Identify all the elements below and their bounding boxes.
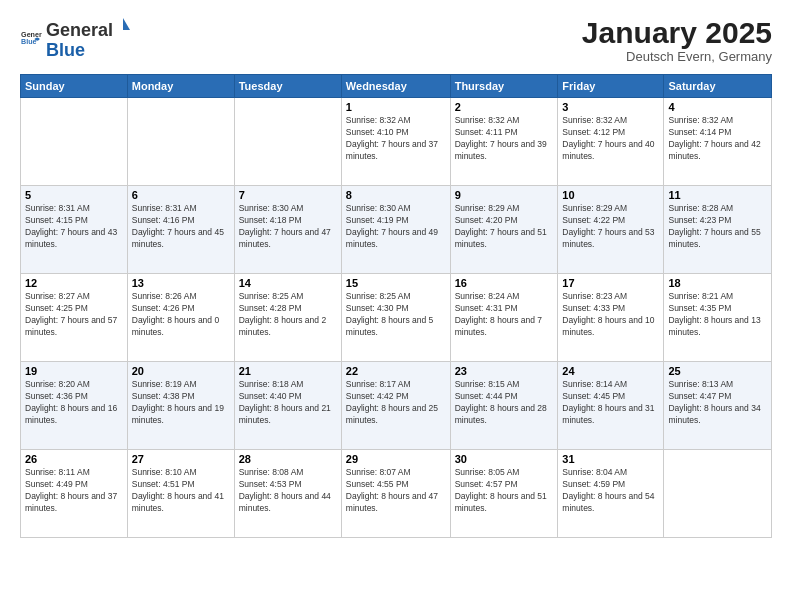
- month-title: January 2025: [582, 16, 772, 49]
- day-info: Sunrise: 8:10 AMSunset: 4:51 PMDaylight:…: [132, 467, 230, 515]
- calendar-cell: [21, 98, 128, 186]
- day-number: 3: [562, 101, 659, 113]
- day-number: 23: [455, 365, 554, 377]
- day-number: 4: [668, 101, 767, 113]
- day-info: Sunrise: 8:18 AMSunset: 4:40 PMDaylight:…: [239, 379, 337, 427]
- calendar-cell: 12Sunrise: 8:27 AMSunset: 4:25 PMDayligh…: [21, 274, 128, 362]
- calendar-cell: 15Sunrise: 8:25 AMSunset: 4:30 PMDayligh…: [341, 274, 450, 362]
- day-info: Sunrise: 8:25 AMSunset: 4:28 PMDaylight:…: [239, 291, 337, 339]
- day-number: 22: [346, 365, 446, 377]
- calendar-cell: 9Sunrise: 8:29 AMSunset: 4:20 PMDaylight…: [450, 186, 558, 274]
- day-number: 7: [239, 189, 337, 201]
- day-info: Sunrise: 8:07 AMSunset: 4:55 PMDaylight:…: [346, 467, 446, 515]
- day-number: 16: [455, 277, 554, 289]
- day-info: Sunrise: 8:32 AMSunset: 4:11 PMDaylight:…: [455, 115, 554, 163]
- logo-sail-icon: [114, 16, 132, 36]
- day-number: 26: [25, 453, 123, 465]
- day-info: Sunrise: 8:27 AMSunset: 4:25 PMDaylight:…: [25, 291, 123, 339]
- calendar-cell: 25Sunrise: 8:13 AMSunset: 4:47 PMDayligh…: [664, 362, 772, 450]
- day-number: 29: [346, 453, 446, 465]
- day-number: 24: [562, 365, 659, 377]
- title-block: January 2025 Deutsch Evern, Germany: [582, 16, 772, 64]
- calendar-cell: 17Sunrise: 8:23 AMSunset: 4:33 PMDayligh…: [558, 274, 664, 362]
- day-info: Sunrise: 8:15 AMSunset: 4:44 PMDaylight:…: [455, 379, 554, 427]
- calendar-cell: [664, 450, 772, 538]
- day-info: Sunrise: 8:31 AMSunset: 4:15 PMDaylight:…: [25, 203, 123, 251]
- calendar-cell: 1Sunrise: 8:32 AMSunset: 4:10 PMDaylight…: [341, 98, 450, 186]
- header-thursday: Thursday: [450, 75, 558, 98]
- calendar-cell: 30Sunrise: 8:05 AMSunset: 4:57 PMDayligh…: [450, 450, 558, 538]
- day-info: Sunrise: 8:26 AMSunset: 4:26 PMDaylight:…: [132, 291, 230, 339]
- calendar-cell: 3Sunrise: 8:32 AMSunset: 4:12 PMDaylight…: [558, 98, 664, 186]
- day-info: Sunrise: 8:20 AMSunset: 4:36 PMDaylight:…: [25, 379, 123, 427]
- calendar-header-row: Sunday Monday Tuesday Wednesday Thursday…: [21, 75, 772, 98]
- calendar-cell: 22Sunrise: 8:17 AMSunset: 4:42 PMDayligh…: [341, 362, 450, 450]
- header: General Blue General Blue January 2025 D…: [20, 16, 772, 64]
- calendar-week-row: 26Sunrise: 8:11 AMSunset: 4:49 PMDayligh…: [21, 450, 772, 538]
- svg-marker-2: [123, 18, 130, 30]
- day-number: 20: [132, 365, 230, 377]
- calendar-cell: 2Sunrise: 8:32 AMSunset: 4:11 PMDaylight…: [450, 98, 558, 186]
- day-info: Sunrise: 8:31 AMSunset: 4:16 PMDaylight:…: [132, 203, 230, 251]
- day-info: Sunrise: 8:29 AMSunset: 4:22 PMDaylight:…: [562, 203, 659, 251]
- calendar-cell: 11Sunrise: 8:28 AMSunset: 4:23 PMDayligh…: [664, 186, 772, 274]
- day-info: Sunrise: 8:24 AMSunset: 4:31 PMDaylight:…: [455, 291, 554, 339]
- day-info: Sunrise: 8:30 AMSunset: 4:19 PMDaylight:…: [346, 203, 446, 251]
- day-info: Sunrise: 8:32 AMSunset: 4:14 PMDaylight:…: [668, 115, 767, 163]
- day-info: Sunrise: 8:25 AMSunset: 4:30 PMDaylight:…: [346, 291, 446, 339]
- calendar-cell: [234, 98, 341, 186]
- header-friday: Friday: [558, 75, 664, 98]
- calendar-cell: 13Sunrise: 8:26 AMSunset: 4:26 PMDayligh…: [127, 274, 234, 362]
- header-saturday: Saturday: [664, 75, 772, 98]
- calendar-cell: 5Sunrise: 8:31 AMSunset: 4:15 PMDaylight…: [21, 186, 128, 274]
- svg-text:Blue: Blue: [21, 38, 37, 46]
- day-info: Sunrise: 8:30 AMSunset: 4:18 PMDaylight:…: [239, 203, 337, 251]
- day-info: Sunrise: 8:19 AMSunset: 4:38 PMDaylight:…: [132, 379, 230, 427]
- day-number: 25: [668, 365, 767, 377]
- subtitle: Deutsch Evern, Germany: [582, 49, 772, 64]
- logo: General Blue General Blue: [20, 16, 133, 61]
- calendar-week-row: 1Sunrise: 8:32 AMSunset: 4:10 PMDaylight…: [21, 98, 772, 186]
- calendar-cell: 19Sunrise: 8:20 AMSunset: 4:36 PMDayligh…: [21, 362, 128, 450]
- day-number: 12: [25, 277, 123, 289]
- day-number: 28: [239, 453, 337, 465]
- day-number: 19: [25, 365, 123, 377]
- calendar-cell: 8Sunrise: 8:30 AMSunset: 4:19 PMDaylight…: [341, 186, 450, 274]
- calendar-cell: 21Sunrise: 8:18 AMSunset: 4:40 PMDayligh…: [234, 362, 341, 450]
- logo-icon: General Blue: [20, 27, 42, 49]
- calendar-cell: 18Sunrise: 8:21 AMSunset: 4:35 PMDayligh…: [664, 274, 772, 362]
- day-number: 15: [346, 277, 446, 289]
- calendar-cell: 20Sunrise: 8:19 AMSunset: 4:38 PMDayligh…: [127, 362, 234, 450]
- header-monday: Monday: [127, 75, 234, 98]
- calendar-table: Sunday Monday Tuesday Wednesday Thursday…: [20, 74, 772, 538]
- day-number: 2: [455, 101, 554, 113]
- day-number: 17: [562, 277, 659, 289]
- day-info: Sunrise: 8:14 AMSunset: 4:45 PMDaylight:…: [562, 379, 659, 427]
- day-info: Sunrise: 8:23 AMSunset: 4:33 PMDaylight:…: [562, 291, 659, 339]
- day-info: Sunrise: 8:17 AMSunset: 4:42 PMDaylight:…: [346, 379, 446, 427]
- day-number: 21: [239, 365, 337, 377]
- day-number: 1: [346, 101, 446, 113]
- calendar-cell: 26Sunrise: 8:11 AMSunset: 4:49 PMDayligh…: [21, 450, 128, 538]
- day-number: 18: [668, 277, 767, 289]
- calendar-week-row: 12Sunrise: 8:27 AMSunset: 4:25 PMDayligh…: [21, 274, 772, 362]
- calendar-cell: 7Sunrise: 8:30 AMSunset: 4:18 PMDaylight…: [234, 186, 341, 274]
- calendar-cell: 27Sunrise: 8:10 AMSunset: 4:51 PMDayligh…: [127, 450, 234, 538]
- calendar-cell: [127, 98, 234, 186]
- logo-general: General: [46, 21, 113, 41]
- day-info: Sunrise: 8:13 AMSunset: 4:47 PMDaylight:…: [668, 379, 767, 427]
- day-info: Sunrise: 8:32 AMSunset: 4:10 PMDaylight:…: [346, 115, 446, 163]
- day-number: 14: [239, 277, 337, 289]
- day-info: Sunrise: 8:05 AMSunset: 4:57 PMDaylight:…: [455, 467, 554, 515]
- calendar-cell: 24Sunrise: 8:14 AMSunset: 4:45 PMDayligh…: [558, 362, 664, 450]
- day-number: 5: [25, 189, 123, 201]
- day-info: Sunrise: 8:28 AMSunset: 4:23 PMDaylight:…: [668, 203, 767, 251]
- calendar-cell: 29Sunrise: 8:07 AMSunset: 4:55 PMDayligh…: [341, 450, 450, 538]
- day-info: Sunrise: 8:32 AMSunset: 4:12 PMDaylight:…: [562, 115, 659, 163]
- day-info: Sunrise: 8:21 AMSunset: 4:35 PMDaylight:…: [668, 291, 767, 339]
- calendar-cell: 6Sunrise: 8:31 AMSunset: 4:16 PMDaylight…: [127, 186, 234, 274]
- calendar-cell: 14Sunrise: 8:25 AMSunset: 4:28 PMDayligh…: [234, 274, 341, 362]
- day-info: Sunrise: 8:29 AMSunset: 4:20 PMDaylight:…: [455, 203, 554, 251]
- day-number: 30: [455, 453, 554, 465]
- day-number: 31: [562, 453, 659, 465]
